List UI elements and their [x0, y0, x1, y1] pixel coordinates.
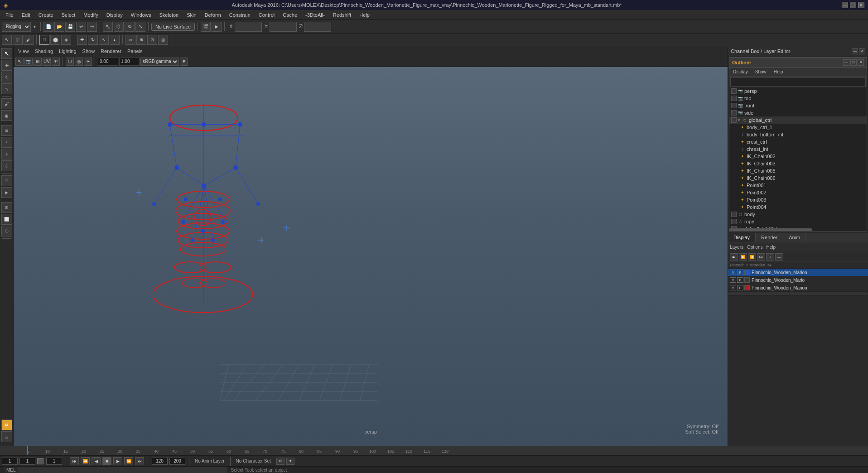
outliner-scroll-thumb[interactable]: [729, 228, 812, 231]
outliner-close[interactable]: ✕: [858, 59, 864, 66]
mel-tag[interactable]: MEL: [4, 467, 19, 473]
menu-select[interactable]: Select: [58, 11, 79, 19]
outliner-item-ik-chain006[interactable]: ✦ IK_Chain006: [729, 174, 867, 182]
layer-prev-btn[interactable]: ⏪: [739, 253, 747, 261]
rotate-btn[interactable]: ↻: [125, 22, 135, 32]
outliner-item-ik-chain003[interactable]: ✦ IK_Chain003: [729, 160, 867, 167]
viewport[interactable]: View Shading Lighting Show Renderer Pane…: [14, 46, 728, 446]
vp-menu-show[interactable]: Show: [80, 48, 98, 55]
layer-add-btn[interactable]: +: [766, 253, 774, 261]
close-button[interactable]: ✕: [858, 2, 864, 8]
outliner-menu-help[interactable]: Help: [772, 69, 785, 74]
layer-3-vis[interactable]: V: [730, 285, 736, 290]
play-fwd-btn[interactable]: ▶: [113, 457, 122, 465]
ls-home[interactable]: ⌂: [1, 431, 12, 442]
ls-snap-view[interactable]: ⬡: [1, 160, 12, 171]
ls-quick-render[interactable]: ▶: [1, 187, 12, 198]
icon-sculpt2[interactable]: ⊕: [136, 35, 146, 45]
step-fwd-btn[interactable]: ⏩: [124, 457, 133, 465]
layer-scroll-thumb[interactable]: [728, 292, 868, 295]
vp2-show[interactable]: 👁: [52, 58, 60, 66]
near-clip-input[interactable]: [98, 58, 118, 66]
layer-last-btn[interactable]: ⏭: [757, 253, 765, 261]
frame-current-input[interactable]: [19, 458, 35, 465]
menu-edit[interactable]: Edit: [18, 11, 34, 19]
layer-scrollbar[interactable]: [728, 292, 868, 295]
vp-menu-view[interactable]: View: [15, 48, 32, 55]
tab-display[interactable]: Display: [728, 233, 756, 242]
frame-end-full-input[interactable]: [169, 458, 185, 465]
ls-xray[interactable]: ⬜: [1, 214, 12, 225]
outliner-item-point001[interactable]: ✦ Point001: [729, 182, 867, 189]
outliner-item-rope[interactable]: ⬡ rope: [729, 218, 867, 225]
side-vis[interactable]: [731, 110, 737, 116]
ls-scale[interactable]: ⤡: [1, 83, 12, 94]
outliner-menu-display[interactable]: Display: [731, 69, 750, 74]
vp-menu-lighting[interactable]: Lighting: [56, 48, 79, 55]
timeline-ruler[interactable]: 5 10 15 20 25 30 35 40 45 50 55 60 65 70…: [0, 446, 868, 455]
ls-wireframe[interactable]: ⬡: [1, 226, 12, 236]
play-back-btn[interactable]: ◀: [92, 457, 101, 465]
layer-1-p[interactable]: P: [737, 270, 743, 275]
menu-create[interactable]: Create: [35, 11, 57, 19]
render-seq-btn[interactable]: ▶: [212, 22, 222, 32]
menu-display[interactable]: Display: [103, 11, 126, 19]
ls-snap-curve[interactable]: ⌇: [1, 137, 12, 148]
redo-btn[interactable]: ↪: [87, 22, 97, 32]
menu-skin[interactable]: Skin: [183, 11, 200, 19]
outliner-item-point002[interactable]: ✦ Point002: [729, 189, 867, 196]
icon-sculpt4[interactable]: ◎: [158, 35, 168, 45]
window-controls[interactable]: — □ ✕: [842, 2, 864, 8]
select-tool-btn[interactable]: ↖: [103, 22, 113, 32]
outliner-item-body[interactable]: ⬡ body: [729, 211, 867, 218]
outliner-item-side[interactable]: 📷 side: [729, 109, 867, 116]
vp-menu-panels[interactable]: Panels: [125, 48, 145, 55]
expand-arrow[interactable]: ▼: [737, 118, 742, 122]
menu-3dtoall[interactable]: -3DtoAll-: [302, 11, 328, 19]
icon-sculpt3[interactable]: ⊙: [147, 35, 157, 45]
layer-first-btn[interactable]: ⏮: [730, 253, 738, 261]
ls-rotate[interactable]: ↻: [1, 72, 12, 82]
vp-menu-renderer[interactable]: Renderer: [98, 48, 124, 55]
vp2-select[interactable]: ↖: [15, 58, 24, 66]
front-vis[interactable]: [731, 103, 737, 108]
vp2-lit[interactable]: ☀: [84, 58, 92, 66]
vp2-wireframe[interactable]: ⬡: [66, 58, 74, 66]
ls-select[interactable]: ↖: [1, 48, 12, 59]
render-btn[interactable]: 🎬: [201, 22, 211, 32]
menu-constrain[interactable]: Constrain: [226, 11, 254, 19]
step-back-btn[interactable]: ⏪: [81, 457, 90, 465]
outliner-item-point004[interactable]: ✦ Point004: [729, 203, 867, 211]
outliner-maximize[interactable]: □: [850, 59, 857, 66]
icon-manip[interactable]: ⬧: [110, 35, 120, 45]
scale-btn[interactable]: ⤡: [135, 22, 145, 32]
icon-soft-sel[interactable]: ⬤: [50, 35, 60, 45]
layer-2-vis[interactable]: V: [730, 277, 736, 283]
timeline-cursor[interactable]: [27, 446, 28, 455]
help-tab[interactable]: Help: [766, 245, 776, 250]
layer-remove-btn[interactable]: —: [775, 253, 783, 261]
icon-paint[interactable]: 🖌: [24, 35, 34, 45]
menu-redshift[interactable]: Redshift: [329, 11, 355, 19]
undo-btn[interactable]: ↩: [76, 22, 86, 32]
maximize-button[interactable]: □: [850, 2, 856, 8]
menu-skeleton[interactable]: Skeleton: [155, 11, 182, 19]
outliner-item-top[interactable]: 📷 top: [729, 95, 867, 102]
outliner-minimize[interactable]: —: [843, 59, 849, 66]
vp2-smooth[interactable]: ◎: [75, 58, 83, 66]
tab-anim[interactable]: Anim: [783, 233, 806, 242]
icon-scale2[interactable]: ⤡: [99, 35, 109, 45]
ls-soft[interactable]: ◉: [1, 110, 12, 121]
icon-rotate[interactable]: ↻: [88, 35, 98, 45]
mode-dropdown[interactable]: Rigging: [2, 22, 31, 32]
menu-file[interactable]: File: [2, 11, 17, 19]
menu-deform[interactable]: Deform: [201, 11, 225, 19]
icon-select1[interactable]: ↖: [2, 35, 12, 45]
outliner-item-crest-ctrl[interactable]: ✦ crest_ctrl: [729, 138, 867, 145]
no-live-surface-btn[interactable]: No Live Surface: [151, 23, 195, 31]
outliner-item-front[interactable]: 📷 front: [729, 102, 867, 109]
vp2-uv[interactable]: UV: [43, 58, 51, 66]
icon-move[interactable]: ✚: [77, 35, 87, 45]
outliner-menu-show[interactable]: Show: [753, 69, 768, 74]
frame-color-swatch[interactable]: [37, 458, 43, 464]
